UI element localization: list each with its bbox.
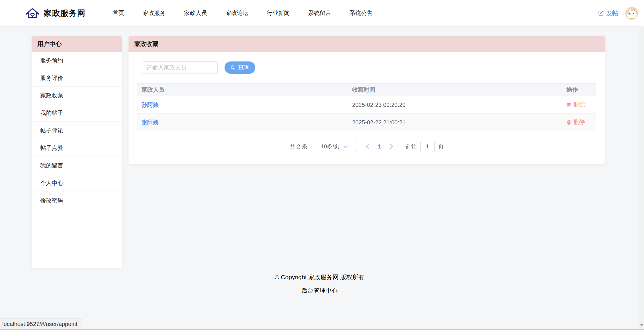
chevron-down-icon xyxy=(344,145,348,148)
goto-page-group: 前往 页 xyxy=(405,141,444,152)
nav-item-announcements[interactable]: 系统公告 xyxy=(350,0,373,26)
navbar-right: 发帖 xyxy=(598,7,638,20)
favorites-panel: 家政收藏 查询 家政人员 xyxy=(129,36,605,164)
panel-body: 查询 家政人员 收藏时间 操作 孙阿姨 2025-02-23 09:20:29 xyxy=(129,52,605,152)
edit-pen-icon xyxy=(598,10,604,16)
house-heart-logo-icon xyxy=(25,6,40,20)
nav-item-services[interactable]: 家政服务 xyxy=(143,0,166,26)
scrollbar-down-arrow-icon[interactable] xyxy=(640,324,643,326)
sidebar-item-change-password[interactable]: 修改密码 xyxy=(32,192,122,209)
brand-title: 家政服务网 xyxy=(44,8,85,19)
copyright-text: © Copyright 家政服务网 版权所有 xyxy=(0,273,639,281)
next-page-button[interactable] xyxy=(385,141,398,152)
favorite-time: 2025-02-22 21:00:21 xyxy=(352,119,406,126)
nav-item-news[interactable]: 行业新闻 xyxy=(267,0,290,26)
staff-name-link[interactable]: 张阿姨 xyxy=(141,119,159,126)
pagination-total: 共 2 条 xyxy=(290,143,307,150)
prev-page-button[interactable] xyxy=(361,141,374,152)
page-footer: © Copyright 家政服务网 版权所有 后台管理中心 xyxy=(0,273,639,295)
sidebar-item-service-review[interactable]: 服务评价 xyxy=(32,69,122,87)
search-button[interactable]: 查询 xyxy=(225,61,255,74)
nav-item-staff[interactable]: 家政人员 xyxy=(184,0,207,26)
browser-status-url: localhost:9527/#/user/appoint xyxy=(0,319,81,329)
main-nav: 首页 家政服务 家政人员 家政论坛 行业新闻 系统留言 系统公告 xyxy=(113,0,373,26)
search-button-label: 查询 xyxy=(238,64,250,72)
user-center-sidebar: 用户中心 服务预约 服务评价 家政收藏 我的帖子 帖子评论 帖子点赞 我的留言 … xyxy=(32,36,122,268)
table-header-row: 家政人员 收藏时间 操作 xyxy=(137,84,596,96)
delete-button[interactable]: 删除 xyxy=(566,118,585,126)
header-staff: 家政人员 xyxy=(137,84,348,96)
table-row: 张阿姨 2025-02-22 21:00:21 xyxy=(137,114,596,131)
new-post-label: 发帖 xyxy=(606,9,618,17)
sidebar-item-my-messages[interactable]: 我的留言 xyxy=(32,157,122,174)
sidebar-item-service-appointment[interactable]: 服务预约 xyxy=(32,52,122,69)
nav-item-messages[interactable]: 系统留言 xyxy=(308,0,331,26)
sidebar-item-post-likes[interactable]: 帖子点赞 xyxy=(32,139,122,157)
page-size-select[interactable]: 10条/页 xyxy=(313,141,356,152)
goto-page-input[interactable] xyxy=(420,141,435,152)
header-actions: 操作 xyxy=(562,84,596,96)
table-row: 孙阿姨 2025-02-23 09:20:29 xyxy=(137,96,596,114)
page-background: 用户中心 服务预约 服务评价 家政收藏 我的帖子 帖子评论 帖子点赞 我的留言 … xyxy=(0,26,639,330)
page-number-1[interactable]: 1 xyxy=(374,143,385,150)
sidebar-title: 用户中心 xyxy=(32,36,122,52)
delete-button[interactable]: 删除 xyxy=(566,101,585,109)
admin-center-link[interactable]: 后台管理中心 xyxy=(0,287,639,295)
user-avatar[interactable] xyxy=(625,7,638,20)
search-icon xyxy=(230,65,236,70)
nav-item-home[interactable]: 首页 xyxy=(113,0,124,26)
trash-icon xyxy=(566,120,572,125)
staff-name-link[interactable]: 孙阿姨 xyxy=(141,102,159,108)
delete-label: 删除 xyxy=(574,118,585,126)
sidebar-item-post-comments[interactable]: 帖子评论 xyxy=(32,122,122,139)
page-size-value: 10条/页 xyxy=(321,143,339,150)
trash-icon xyxy=(566,102,572,107)
goto-label: 前往 xyxy=(405,143,417,150)
sidebar-item-favorites[interactable]: 家政收藏 xyxy=(32,87,122,104)
header-favorite-time: 收藏时间 xyxy=(348,84,562,96)
favorites-table: 家政人员 收藏时间 操作 孙阿姨 2025-02-23 09:20:29 xyxy=(137,83,596,131)
top-navbar: 家政服务网 首页 家政服务 家政人员 家政论坛 行业新闻 系统留言 系统公告 发… xyxy=(0,0,644,26)
new-post-button[interactable]: 发帖 xyxy=(598,9,618,17)
brand-logo[interactable]: 家政服务网 xyxy=(25,6,85,20)
goto-suffix: 页 xyxy=(438,143,444,150)
vertical-scrollbar[interactable] xyxy=(639,26,644,330)
delete-label: 删除 xyxy=(574,101,585,109)
pagination: 共 2 条 10条/页 1 xyxy=(137,141,596,152)
sidebar-item-profile[interactable]: 个人中心 xyxy=(32,174,122,192)
search-input[interactable] xyxy=(142,61,218,74)
sidebar-item-my-posts[interactable]: 我的帖子 xyxy=(32,104,122,122)
nav-item-forum[interactable]: 家政论坛 xyxy=(225,0,248,26)
panel-title: 家政收藏 xyxy=(129,36,605,52)
favorite-time: 2025-02-23 09:20:29 xyxy=(352,102,406,108)
search-row: 查询 xyxy=(142,61,596,74)
